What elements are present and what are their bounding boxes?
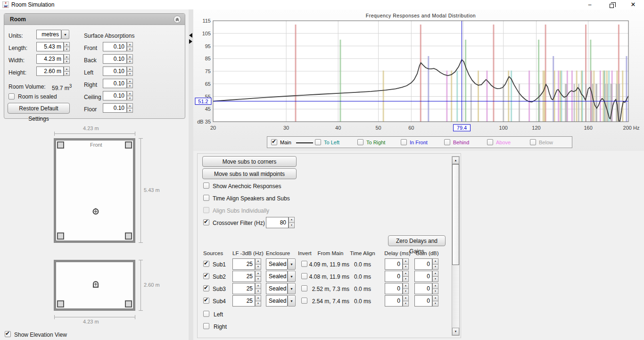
spin-up-icon[interactable]: ▲	[289, 217, 295, 223]
legend-in-front-checkbox[interactable]	[401, 139, 407, 145]
lf-spinner[interactable]: ▲▼	[255, 295, 261, 307]
length-input[interactable]: 5.43 m	[36, 42, 64, 51]
delay-input[interactable]: 0	[385, 283, 403, 294]
listener-icon[interactable]	[92, 280, 99, 288]
spin-up-icon[interactable]: ▲	[127, 42, 133, 47]
gain-spinner[interactable]: ▲▼	[432, 283, 438, 294]
units-combo-value[interactable]: metres	[36, 30, 61, 39]
legend-to-right-checkbox[interactable]	[357, 139, 363, 145]
lf-spinner[interactable]: ▲▼	[255, 283, 261, 294]
scroll-down-icon[interactable]: ▼	[452, 328, 459, 335]
absorption-back-input[interactable]: 0.10	[103, 54, 127, 64]
absorption-floor-spinner[interactable]: ▲▼	[127, 103, 133, 113]
spin-up-icon[interactable]: ▲	[432, 295, 438, 301]
spin-up-icon[interactable]: ▲	[432, 258, 438, 265]
lf-input[interactable]: 25	[232, 283, 255, 294]
gain-input[interactable]: 0	[414, 283, 432, 294]
spin-up-icon[interactable]: ▲	[127, 54, 133, 59]
sub-speaker-icon[interactable]	[57, 300, 64, 307]
listener-icon[interactable]	[92, 207, 99, 215]
spin-down-icon[interactable]: ▼	[255, 265, 261, 270]
spin-down-icon[interactable]: ▼	[432, 289, 438, 295]
absorption-right-spinner[interactable]: ▲▼	[127, 79, 133, 88]
delay-spinner[interactable]: ▲▼	[403, 283, 409, 294]
width-spinner[interactable]: ▲▼	[64, 54, 70, 64]
spin-up-icon[interactable]: ▲	[403, 295, 409, 301]
spin-down-icon[interactable]: ▼	[403, 265, 409, 270]
gain-spinner[interactable]: ▲▼	[432, 258, 438, 270]
spin-down-icon[interactable]: ▼	[255, 301, 261, 307]
spin-down-icon[interactable]: ▼	[64, 72, 70, 76]
spin-up-icon[interactable]: ▲	[255, 258, 261, 265]
restore-defaults-button[interactable]: Restore Default Settings	[8, 103, 70, 114]
width-input[interactable]: 4.23 m	[36, 54, 64, 64]
absorption-back-spinner[interactable]: ▲▼	[127, 54, 133, 64]
enclosure-combo-value[interactable]: Sealed	[266, 271, 288, 282]
spin-up-icon[interactable]: ▲	[64, 42, 70, 47]
gain-spinner[interactable]: ▲▼	[432, 295, 438, 307]
spin-up-icon[interactable]: ▲	[127, 79, 133, 84]
top-view-room[interactable]: Front	[54, 138, 135, 243]
delay-spinner[interactable]: ▲▼	[403, 271, 409, 282]
legend-behind-checkbox[interactable]	[444, 139, 450, 145]
spin-down-icon[interactable]: ▼	[127, 59, 133, 64]
zero-delays-gains-button[interactable]: Zero Delays and Gains	[388, 235, 446, 246]
lf-spinner[interactable]: ▲▼	[255, 258, 261, 270]
crossover-checkbox[interactable]	[203, 219, 209, 225]
enclosure-combo-arrow-icon[interactable]: ▼	[288, 271, 296, 282]
delay-input[interactable]: 0	[385, 295, 403, 307]
height-input[interactable]: 2.60 m	[36, 66, 64, 76]
sub-speaker-icon[interactable]	[125, 300, 132, 307]
spin-up-icon[interactable]: ▲	[432, 271, 438, 277]
room-group-header[interactable]: Room	[4, 14, 185, 25]
absorption-left-input[interactable]: 0.10	[103, 66, 127, 76]
time-align-checkbox[interactable]	[203, 195, 209, 201]
source-enable-checkbox[interactable]	[203, 261, 209, 267]
spin-down-icon[interactable]: ▼	[127, 72, 133, 76]
delay-spinner[interactable]: ▲▼	[403, 295, 409, 307]
sub4-speaker-icon[interactable]	[125, 232, 132, 240]
delay-input[interactable]: 0	[385, 271, 403, 282]
split-divider[interactable]	[189, 9, 193, 340]
restore-button[interactable]	[601, 0, 622, 9]
absorption-ceiling-input[interactable]: 0.10	[103, 91, 127, 100]
spin-down-icon[interactable]: ▼	[432, 265, 438, 270]
sub1-speaker-icon[interactable]	[57, 141, 64, 149]
enclosure-combo-arrow-icon[interactable]: ▼	[288, 283, 296, 294]
spin-up-icon[interactable]: ▲	[255, 271, 261, 277]
delay-input[interactable]: 0	[385, 258, 403, 270]
spin-up-icon[interactable]: ▲	[64, 66, 70, 72]
lf-input[interactable]: 25	[232, 258, 255, 270]
height-spinner[interactable]: ▲▼	[64, 66, 70, 76]
room-sealed-checkbox[interactable]	[8, 93, 15, 100]
spin-down-icon[interactable]: ▼	[403, 301, 409, 307]
legend-main-checkbox[interactable]	[271, 139, 277, 145]
spin-up-icon[interactable]: ▲	[64, 54, 70, 59]
minimize-button[interactable]: –	[579, 0, 601, 9]
spin-down-icon[interactable]: ▼	[255, 289, 261, 295]
absorption-ceiling-spinner[interactable]: ▲▼	[127, 91, 133, 100]
spin-down-icon[interactable]: ▼	[127, 84, 133, 89]
enclosure-combo-arrow-icon[interactable]: ▼	[288, 295, 296, 307]
spin-up-icon[interactable]: ▲	[127, 91, 133, 96]
crossover-spinner[interactable]: ▲▼	[289, 217, 295, 228]
left-speaker-checkbox[interactable]	[203, 311, 209, 317]
spin-down-icon[interactable]: ▼	[64, 47, 70, 52]
sub2-speaker-icon[interactable]	[125, 141, 132, 149]
spin-down-icon[interactable]: ▼	[403, 289, 409, 295]
delay-spinner[interactable]: ▲▼	[403, 258, 409, 270]
absorption-front-input[interactable]: 0.10	[103, 42, 127, 51]
spin-up-icon[interactable]: ▲	[403, 283, 409, 289]
spin-down-icon[interactable]: ▼	[432, 277, 438, 282]
scrollbar-thumb[interactable]	[452, 164, 459, 265]
frequency-chart[interactable]: Frequency Responses and Modal Distributi…	[193, 12, 644, 134]
spin-up-icon[interactable]: ▲	[255, 283, 261, 289]
gain-spinner[interactable]: ▲▼	[432, 271, 438, 282]
absorption-floor-input[interactable]: 0.10	[103, 103, 127, 113]
spin-down-icon[interactable]: ▼	[432, 301, 438, 307]
gain-input[interactable]: 0	[414, 271, 432, 282]
gain-input[interactable]: 0	[414, 258, 432, 270]
legend-to-left-checkbox[interactable]	[315, 139, 321, 145]
collapse-left-icon[interactable]	[189, 33, 192, 38]
absorption-right-input[interactable]: 0.10	[103, 79, 127, 88]
